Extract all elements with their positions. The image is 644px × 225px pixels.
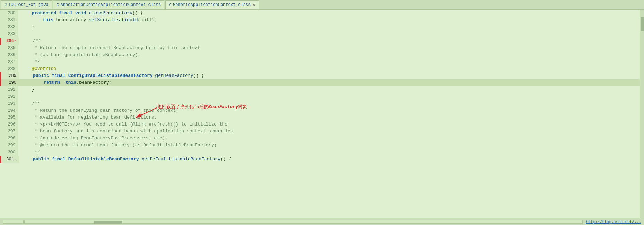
tab-bar: J IOCTest_Ext.java C AnnotationConfigApp…: [0, 0, 644, 10]
code-area: 280 protected final void closeBeanFactor…: [0, 10, 644, 218]
line-num-283: 283: [0, 31, 18, 38]
line-content-288: @Override: [18, 65, 56, 72]
tab-close-icon[interactable]: ✕: [253, 2, 255, 7]
line-content-282: }: [18, 24, 34, 31]
line-num-285: 285: [0, 45, 18, 51]
line-282: 282 }: [0, 24, 640, 31]
line-287: 287 */: [0, 58, 640, 65]
line-301: 301- public final DefaultListableBeanFac…: [0, 156, 640, 163]
line-296: 296 * <p><b>NOTE:</b> You need to call {…: [0, 121, 640, 128]
vertical-scrollbar[interactable]: [640, 10, 644, 218]
line-content-281: this.beanFactory.setSerializationId(null…: [18, 17, 157, 24]
line-293: 293 /** 返回设置了序列: [0, 100, 640, 107]
line-num-282: 282: [0, 24, 18, 31]
line-content-292: [18, 93, 21, 100]
line-num-295: 295: [0, 114, 18, 121]
line-284: 284- /**: [0, 38, 640, 45]
line-num-297: 297: [0, 128, 18, 135]
line-290: 290 return this.beanFactory;: [0, 79, 640, 86]
horizontal-scrollbar-track[interactable]: [24, 220, 583, 224]
tab-annotation-icon: C: [57, 3, 59, 7]
line-298: 298 * (autodetecting BeanFactoryPostProc…: [0, 135, 640, 142]
line-content-285: * Return the single internal BeanFactory…: [18, 45, 200, 51]
line-num-294: 294: [0, 107, 18, 114]
line-content-286: * (as ConfigurableListableBeanFactory).: [18, 51, 140, 58]
line-291: 291 }: [0, 86, 640, 93]
tab-generic-icon: C: [169, 3, 171, 7]
editor-container: J IOCTest_Ext.java C AnnotationConfigApp…: [0, 0, 644, 225]
line-288: 288 @Override: [0, 65, 640, 72]
horizontal-scrollbar-thumb[interactable]: [94, 221, 122, 224]
line-295: 295 * available for registering bean def…: [0, 114, 640, 121]
scrollbar-thumb[interactable]: [641, 17, 644, 31]
line-num-290: 290: [1, 79, 19, 86]
line-286: 286 * (as ConfigurableListableBeanFactor…: [0, 51, 640, 58]
line-content-299: * @return the internal bean factory (as …: [18, 142, 217, 149]
bottom-url[interactable]: http://blog.csdn.net/...: [586, 220, 641, 224]
line-num-299: 299: [0, 142, 18, 149]
line-299: 299 * @return the internal bean factory …: [0, 142, 640, 149]
line-num-281: 281: [0, 17, 18, 24]
line-content-298: * (autodetecting BeanFactoryPostProcesso…: [18, 135, 168, 142]
line-289: 289 public final ConfigurableListableBea…: [0, 72, 640, 79]
bottom-bar: http://blog.csdn.net/...: [0, 218, 644, 225]
horizontal-scrollbar-left[interactable]: [3, 220, 24, 224]
line-297: 297 * bean factory and its contained bea…: [0, 128, 640, 135]
line-285: 285 * Return the single internal BeanFac…: [0, 45, 640, 51]
line-content-290: return this.beanFactory;: [19, 79, 112, 86]
line-content-293: /**: [18, 100, 40, 107]
line-content-294: * Return the underlying bean factory of …: [18, 107, 178, 114]
line-content-291: }: [18, 86, 34, 93]
line-num-298: 298: [0, 135, 18, 142]
line-num-287: 287: [0, 58, 18, 65]
line-283: 283: [0, 31, 640, 38]
line-num-301: 301-: [1, 156, 19, 163]
tab-annotation-label: AnnotationConfigApplicationContext.class: [60, 2, 161, 7]
line-num-288: 288: [0, 65, 18, 72]
line-content-295: * available for registering bean definit…: [18, 114, 157, 121]
line-content-280: protected final void closeBeanFactory() …: [18, 10, 143, 17]
line-content-287: */: [18, 58, 40, 65]
line-294: 294 * Return the underlying bean factory…: [0, 107, 640, 114]
line-content-283: [18, 31, 21, 38]
line-num-284: 284-: [1, 38, 19, 45]
line-num-289: 289: [1, 72, 19, 79]
line-content-296: * <p><b>NOTE:</b> You need to call {@lin…: [18, 121, 228, 128]
line-num-293: 293: [0, 100, 18, 107]
line-292: 292: [0, 93, 640, 100]
line-content-289: public final ConfigurableListableBeanFac…: [19, 72, 204, 79]
line-281: 281 this.beanFactory.setSerializationId(…: [0, 17, 640, 24]
tab-ioc-label: IOCTest_Ext.java: [8, 2, 48, 7]
tab-annotation[interactable]: C AnnotationConfigApplicationContext.cla…: [53, 0, 165, 9]
line-300: 300 */: [0, 149, 640, 156]
line-content-284: /**: [19, 38, 41, 45]
line-num-291: 291: [0, 86, 18, 93]
line-num-286: 286: [0, 51, 18, 58]
tab-ioc[interactable]: J IOCTest_Ext.java: [1, 0, 52, 9]
line-num-300: 300: [0, 149, 18, 156]
line-280: 280 protected final void closeBeanFactor…: [0, 10, 640, 17]
tab-generic[interactable]: C GenericApplicationContext.class ✕: [165, 0, 259, 9]
line-content-301: public final DefaultListableBeanFactory …: [19, 156, 231, 163]
line-num-292: 292: [0, 93, 18, 100]
line-content-297: * bean factory and its contained beans w…: [18, 128, 233, 135]
code-content[interactable]: 280 protected final void closeBeanFactor…: [0, 10, 640, 218]
line-num-280: 280: [0, 10, 18, 17]
line-num-296: 296: [0, 121, 18, 128]
code-lines: 280 protected final void closeBeanFactor…: [0, 10, 640, 163]
tab-java-icon: J: [5, 3, 7, 7]
tab-generic-label: GenericApplicationContext.class: [173, 2, 251, 7]
line-content-300: */: [18, 149, 40, 156]
